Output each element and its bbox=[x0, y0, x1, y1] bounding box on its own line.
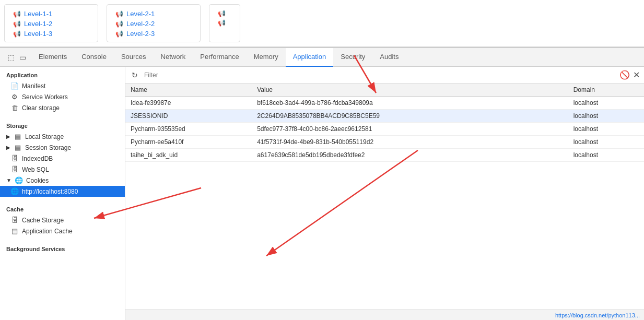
col-header-value: Value bbox=[252, 84, 568, 97]
table-header-row: Name Value Domain bbox=[125, 84, 644, 97]
level-card-3: 📢 📢 bbox=[209, 4, 240, 42]
sidebar-item-application-cache[interactable]: ▤ Application Cache bbox=[0, 226, 125, 236]
status-url: https://blog.csdn.net/python113... bbox=[555, 312, 640, 318]
notification-icon-6: 📢 bbox=[115, 30, 123, 38]
level-2-1-label: Level-2-1 bbox=[126, 10, 155, 18]
application-section-title: Application bbox=[0, 67, 125, 80]
cell-domain: localhost bbox=[568, 149, 644, 162]
tab-bar: ⬚ ▭ Elements Console Sources Network Per… bbox=[0, 48, 644, 67]
tab-network[interactable]: Network bbox=[154, 48, 193, 67]
level-1-2-item[interactable]: 📢 Level-1-2 bbox=[13, 20, 89, 28]
service-workers-icon: ⚙ bbox=[10, 93, 19, 101]
cursor-icon[interactable]: ⬚ bbox=[6, 53, 16, 62]
level-3-2-item[interactable]: 📢 bbox=[218, 19, 231, 27]
application-cache-label: Application Cache bbox=[22, 228, 73, 235]
level-card-1: 📢 Level-1-1 📢 Level-1-2 📢 Level-1-3 bbox=[4, 4, 98, 42]
tab-performance[interactable]: Performance bbox=[193, 48, 246, 67]
level-1-2-label: Level-1-2 bbox=[24, 20, 52, 28]
level-card-2: 📢 Level-2-1 📢 Level-2-2 📢 Level-2-3 bbox=[107, 4, 201, 42]
indexeddb-icon: 🗄 bbox=[10, 155, 19, 162]
sidebar-item-cookies[interactable]: ▼ 🌐 Cookies bbox=[0, 175, 125, 186]
cell-value: 5dfec977-37f8-4c00-bc86-2aeec9612581 bbox=[252, 123, 568, 136]
notification-icon-8: 📢 bbox=[218, 19, 226, 27]
manifest-label: Manifest bbox=[22, 82, 45, 90]
tab-memory[interactable]: Memory bbox=[247, 48, 286, 67]
cell-domain: localhost bbox=[568, 97, 644, 110]
level-3-1-item[interactable]: 📢 bbox=[218, 10, 231, 17]
tab-elements[interactable]: Elements bbox=[31, 48, 74, 67]
cell-name: JSESSIONID bbox=[125, 110, 252, 123]
storage-section-title: Storage bbox=[0, 117, 125, 131]
filter-actions: 🚫 ✕ bbox=[619, 70, 640, 80]
notification-icon-2: 📢 bbox=[13, 20, 21, 28]
filter-input[interactable] bbox=[144, 72, 615, 79]
tab-memory-label: Memory bbox=[254, 53, 278, 61]
cell-domain: localhost bbox=[568, 123, 644, 136]
level-1-3-item[interactable]: 📢 Level-1-3 bbox=[13, 30, 89, 38]
cell-name: Pycharm-935535ed bbox=[125, 123, 252, 136]
tab-elements-label: Elements bbox=[39, 53, 67, 61]
web-sql-icon: 🗄 bbox=[10, 165, 19, 173]
clear-button[interactable]: ✕ bbox=[633, 70, 640, 80]
sidebar-item-manifest[interactable]: 📄 Manifest bbox=[0, 80, 125, 91]
tab-console[interactable]: Console bbox=[74, 48, 114, 67]
tab-console-label: Console bbox=[81, 53, 107, 61]
sidebar-item-indexeddb[interactable]: 🗄 IndexedDB bbox=[0, 153, 125, 164]
notification-icon-3: 📢 bbox=[13, 30, 21, 38]
cell-name: Pycharm-ee5a410f bbox=[125, 136, 252, 149]
localhost-label: http://localhost:8080 bbox=[22, 188, 78, 195]
level-2-3-label: Level-2-3 bbox=[126, 30, 155, 38]
sidebar-item-local-storage[interactable]: ▶ ▤ Local Storage bbox=[0, 131, 125, 142]
web-sql-label: Web SQL bbox=[22, 166, 49, 173]
refresh-button[interactable]: ↻ bbox=[130, 71, 140, 79]
table-row[interactable]: Pycharm-ee5a410f 41f5731f-94de-4be9-831b… bbox=[125, 136, 644, 149]
table-row[interactable]: Idea-fe39987e bf618ceb-3ad4-499a-b786-fd… bbox=[125, 97, 644, 110]
level-1-3-label: Level-1-3 bbox=[24, 30, 52, 38]
local-storage-label: Local Storage bbox=[25, 133, 64, 140]
block-button[interactable]: 🚫 bbox=[619, 70, 630, 80]
localhost-icon: 🌐 bbox=[10, 187, 19, 195]
cell-name: Idea-fe39987e bbox=[125, 97, 252, 110]
sidebar-item-clear-storage[interactable]: 🗑 Clear storage bbox=[0, 102, 125, 113]
local-storage-icon: ▤ bbox=[14, 133, 22, 140]
tab-security-label: Security bbox=[341, 53, 365, 61]
bg-services-section-title: Background Services bbox=[0, 241, 125, 254]
tab-security[interactable]: Security bbox=[333, 48, 372, 67]
tab-audits-label: Audits bbox=[380, 53, 399, 61]
level-1-1-item[interactable]: 📢 Level-1-1 bbox=[13, 10, 89, 18]
level-2-2-item[interactable]: 📢 Level-2-2 bbox=[115, 20, 192, 28]
sidebar-item-localhost[interactable]: 🌐 http://localhost:8080 bbox=[0, 186, 125, 197]
notification-icon-1: 📢 bbox=[13, 10, 21, 18]
filter-bar: ↻ 🚫 ✕ bbox=[125, 67, 644, 84]
mobile-icon[interactable]: ▭ bbox=[18, 53, 27, 62]
main-content: Application 📄 Manifest ⚙ Service Workers… bbox=[0, 67, 644, 320]
tab-application-label: Application bbox=[293, 53, 326, 61]
cookies-icon: 🌐 bbox=[15, 176, 23, 184]
cell-value: 41f5731f-94de-4be9-831b-540b055119d2 bbox=[252, 136, 568, 149]
table-row[interactable]: Pycharm-935535ed 5dfec977-37f8-4c00-bc86… bbox=[125, 123, 644, 136]
level-2-3-item[interactable]: 📢 Level-2-3 bbox=[115, 30, 192, 38]
cookie-table: Name Value Domain Idea-fe39987e bf618ceb… bbox=[125, 84, 644, 310]
table-row[interactable]: JSESSIONID 2C264D9AB8535078BB4ACD9C85BC5… bbox=[125, 110, 644, 123]
notification-icon-5: 📢 bbox=[115, 20, 123, 28]
session-storage-icon: ▤ bbox=[14, 144, 22, 151]
cache-storage-icon: 🗄 bbox=[10, 216, 19, 224]
level-2-2-label: Level-2-2 bbox=[126, 20, 155, 28]
sidebar-item-session-storage[interactable]: ▶ ▤ Session Storage bbox=[0, 142, 125, 153]
sidebar-item-service-workers[interactable]: ⚙ Service Workers bbox=[0, 91, 125, 102]
cell-domain: localhost bbox=[568, 136, 644, 149]
status-bar: https://blog.csdn.net/python113... bbox=[125, 310, 644, 320]
tab-audits[interactable]: Audits bbox=[372, 48, 406, 67]
table-row[interactable]: taihe_bi_sdk_uid a617e639c581de5db195dbe… bbox=[125, 149, 644, 162]
devtools-icons: ⬚ ▭ bbox=[2, 53, 31, 62]
sidebar-item-cache-storage[interactable]: 🗄 Cache Storage bbox=[0, 215, 125, 226]
service-workers-label: Service Workers bbox=[22, 93, 68, 101]
clear-storage-label: Clear storage bbox=[22, 104, 60, 112]
tab-application[interactable]: Application bbox=[286, 48, 334, 67]
tab-sources[interactable]: Sources bbox=[114, 48, 154, 67]
cookies-label: Cookies bbox=[26, 177, 49, 184]
level-2-1-item[interactable]: 📢 Level-2-1 bbox=[115, 10, 192, 18]
cell-value: a617e639c581de5db195dbede3fdfee2 bbox=[252, 149, 568, 162]
sidebar-item-web-sql[interactable]: 🗄 Web SQL bbox=[0, 164, 125, 175]
local-storage-arrow: ▶ bbox=[6, 134, 10, 139]
